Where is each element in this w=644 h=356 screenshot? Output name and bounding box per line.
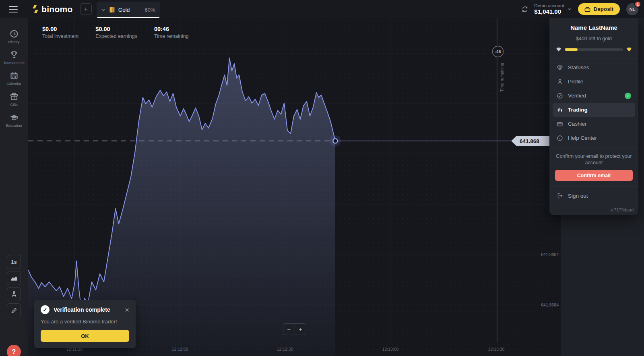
price-tag-value: 641.868 xyxy=(520,138,539,144)
y-axis-tick-label: 641.8684 xyxy=(541,302,559,307)
chart-tools: 1s xyxy=(7,255,21,317)
help-button[interactable]: ? xyxy=(7,345,21,356)
indicators-button[interactable] xyxy=(7,287,21,301)
silver-gem-icon xyxy=(556,47,561,52)
progress-fill xyxy=(565,48,578,51)
divider xyxy=(549,186,638,186)
confirm-email-button[interactable]: Confirm email xyxy=(555,170,633,181)
expected-earnings-label: Expected earnings xyxy=(95,33,137,39)
user-menu-list: Statuses Profile Verified ✓ Trad xyxy=(549,58,638,147)
user-name: Name LastName xyxy=(556,24,632,31)
stat-expected-earnings: $0.00 Expected earnings xyxy=(95,26,137,39)
expected-earnings-value: $0.00 xyxy=(95,26,137,32)
total-investment-label: Total investment xyxy=(42,33,78,39)
menu-item-label: Trading xyxy=(568,107,588,113)
zoom-out-button[interactable]: − xyxy=(283,323,295,335)
area-chart-icon xyxy=(10,275,18,282)
time-remaining-label: Time remaining xyxy=(154,33,189,39)
gem-icon xyxy=(557,64,563,71)
account-chevron-down-icon[interactable] xyxy=(568,7,572,11)
interval-button[interactable]: 1s xyxy=(7,255,21,269)
chart-type-button[interactable] xyxy=(7,271,21,285)
close-icon[interactable]: × xyxy=(125,306,129,314)
app-version: v.7179daad xyxy=(611,207,634,212)
menu-icon[interactable] xyxy=(9,6,18,12)
gold-gem-icon xyxy=(626,47,632,52)
wallet-icon xyxy=(557,121,563,127)
menu-item-trading[interactable]: Trading xyxy=(553,103,635,117)
menu-item-statuses[interactable]: Statuses xyxy=(553,60,635,75)
left-sidebar: History Tournaments Calendar xyxy=(0,18,28,356)
time-remaining-axis-label: Time remaining xyxy=(500,63,504,92)
total-investment-value: $0.00 xyxy=(42,26,78,32)
graduation-cap-icon xyxy=(10,113,19,122)
asset-name: Gold xyxy=(118,7,130,13)
verification-toast: ✓ Verification complete × You are a veri… xyxy=(34,300,136,348)
current-price-marker xyxy=(333,139,338,143)
email-confirm-notice: Confirm your email to protect your accou… xyxy=(556,153,632,166)
menu-item-verified[interactable]: Verified ✓ xyxy=(553,89,635,103)
sidebar-item-label: Calendar xyxy=(6,82,21,86)
status-progress-text: $400 left to gold xyxy=(556,36,632,41)
verified-badge-icon: ✓ xyxy=(625,93,631,99)
sync-icon[interactable] xyxy=(521,6,528,13)
x-axis-tick-label: 12:13:00 xyxy=(382,347,399,352)
compass-icon xyxy=(10,291,18,298)
pencil-icon xyxy=(10,307,18,314)
menu-item-label: Verified xyxy=(568,93,586,99)
asset-payout: 60% xyxy=(145,7,155,13)
sidebar-item-tournaments[interactable]: Tournaments xyxy=(0,47,28,68)
clock-icon xyxy=(10,29,19,38)
sign-out-button[interactable]: Sign out xyxy=(549,188,638,204)
toast-message: You are a verified Binomo trader! xyxy=(41,319,129,325)
toast-title: Verification complete xyxy=(54,306,110,313)
deposit-button[interactable]: Deposit xyxy=(578,3,620,15)
person-icon xyxy=(557,79,563,85)
draw-button[interactable] xyxy=(7,303,21,317)
sidebar-item-education[interactable]: Education xyxy=(0,110,28,131)
chart-zoom-controls: − + xyxy=(283,323,306,335)
trade-stats: $0.00 Total investment $0.00 Expected ea… xyxy=(42,26,189,39)
zoom-in-button[interactable]: + xyxy=(295,323,306,335)
lightning-bolt-icon xyxy=(32,4,39,14)
menu-item-profile[interactable]: Profile xyxy=(553,75,635,89)
deposit-label: Deposit xyxy=(593,6,613,12)
status-progress-bar xyxy=(556,47,632,52)
briefcase-icon xyxy=(584,6,590,12)
new-asset-tab-button[interactable]: + xyxy=(80,3,92,15)
account-balance: $1,041.00 xyxy=(534,8,564,15)
toast-ok-button[interactable]: OK xyxy=(41,330,129,342)
user-menu-panel: Name LastName $400 left to gold Statuses xyxy=(549,18,638,215)
trophy-icon xyxy=(10,50,19,59)
chevron-down-icon xyxy=(101,8,105,12)
sidebar-item-history[interactable]: History xyxy=(0,26,28,47)
binomo-logo[interactable]: binomo xyxy=(32,4,73,14)
sidebar-item-label: Gifts xyxy=(10,103,18,107)
menu-item-help-center[interactable]: Help Center xyxy=(553,131,635,145)
stat-total-investment: $0.00 Total investment xyxy=(42,26,78,39)
avatar[interactable]: NL 1 xyxy=(626,3,638,15)
stat-time-remaining: 00:46 Time remaining xyxy=(154,26,189,39)
x-axis-tick-label: 12:13:30 xyxy=(488,347,505,352)
menu-item-label: Profile xyxy=(568,79,583,85)
account-type: Demo account xyxy=(534,3,564,8)
menu-item-label: Statuses xyxy=(568,64,589,70)
sign-out-icon xyxy=(557,192,563,199)
menu-item-label: Cashier xyxy=(568,121,587,127)
sidebar-item-label: Education xyxy=(6,124,22,128)
gift-icon xyxy=(10,92,19,101)
menu-item-cashier[interactable]: Cashier xyxy=(553,117,635,131)
asset-tab-gold[interactable]: Gold 60% xyxy=(97,2,160,18)
sidebar-item-calendar[interactable]: Calendar xyxy=(0,68,28,89)
y-axis-tick-label: 641.8684 xyxy=(541,252,559,257)
sidebar-item-gifts[interactable]: Gifts xyxy=(0,89,28,110)
logo-text: binomo xyxy=(41,4,73,14)
calendar-icon xyxy=(10,71,19,80)
info-icon xyxy=(557,135,563,141)
sidebar-item-label: History xyxy=(8,40,19,44)
sign-out-label: Sign out xyxy=(568,193,588,199)
top-bar: binomo + Gold 60% Demo account $1,041.00 xyxy=(0,0,644,18)
account-selector[interactable]: Demo account $1,041.00 xyxy=(534,3,564,15)
gold-bars-icon xyxy=(109,6,115,13)
time-remaining-value: 00:46 xyxy=(154,26,189,32)
